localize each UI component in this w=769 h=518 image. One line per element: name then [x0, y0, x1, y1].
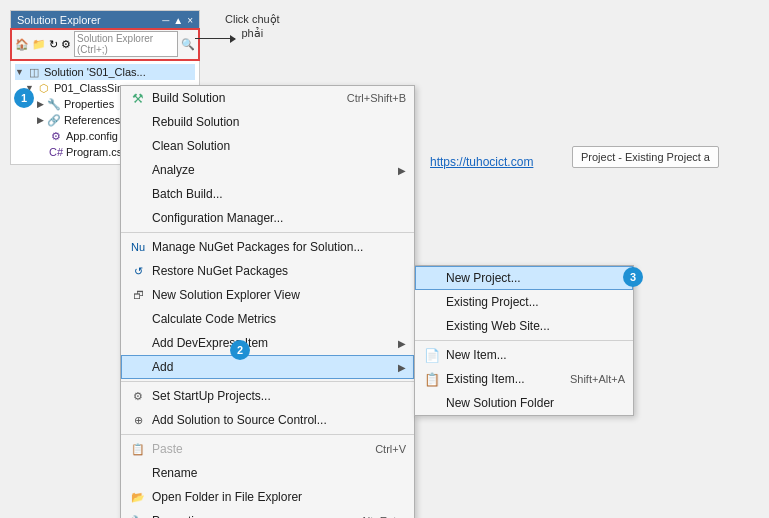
cm-clean-label: Clean Solution [152, 139, 230, 153]
paste-icon: 📋 [129, 440, 147, 458]
cm-devexpress-label: Add DevExpress Item [152, 336, 268, 350]
cm-code-metrics[interactable]: Calculate Code Metrics [121, 307, 414, 331]
bottom-label-text: Project - Existing Project a [581, 151, 710, 163]
cm-add-devexpress[interactable]: Add DevExpress Item ▶ [121, 331, 414, 355]
existing-item-icon: 📋 [423, 370, 441, 388]
cm-clean-icon [129, 137, 147, 155]
folder-open-icon: 📂 [129, 488, 147, 506]
cm-properties-label: Properties [152, 514, 207, 518]
cm-rename-label: Rename [152, 466, 197, 480]
submenu-existing-item-label: Existing Item... [446, 372, 525, 386]
cm-config-label: Configuration Manager... [152, 211, 283, 225]
new-item-icon: 📄 [423, 346, 441, 364]
submenu-new-item[interactable]: 📄 New Item... [415, 343, 633, 367]
cm-restore-label: Restore NuGet Packages [152, 264, 288, 278]
cm-build-label: Build Solution [152, 91, 225, 105]
cm-set-startup[interactable]: ⚙ Set StartUp Projects... [121, 384, 414, 408]
cm-metrics-icon [129, 310, 147, 328]
cm-analyze-arrow: ▶ [398, 165, 406, 176]
config-icon: ⚙ [49, 129, 63, 143]
properties-label: Properties [64, 98, 114, 110]
cm-config-manager[interactable]: Configuration Manager... [121, 206, 414, 230]
cm-separator-2 [121, 381, 414, 382]
cm-startup-label: Set StartUp Projects... [152, 389, 271, 403]
cm-paste-label: Paste [152, 442, 183, 456]
home-icon: 🏠 [15, 38, 29, 51]
solution-label: Solution 'S01_Clas... [44, 66, 146, 78]
submenu-new-project[interactable]: New Project... [415, 266, 633, 290]
submenu-solution-folder-label: New Solution Folder [446, 396, 554, 410]
solution-icon: ◫ [27, 65, 41, 79]
source-icon: ⊕ [129, 411, 147, 429]
submenu-existing-website[interactable]: Existing Web Site... [415, 314, 633, 338]
cm-separator-1 [121, 232, 414, 233]
pin-icon[interactable]: ─ [162, 15, 169, 26]
cm-restore-nuget[interactable]: ↺ Restore NuGet Packages [121, 259, 414, 283]
cm-add-label: Add [152, 360, 173, 374]
se-toolbar: 🏠 📁 ↻ ⚙ Solution Explorer (Ctrl+;) 🔍 [11, 29, 199, 60]
step-badge-1: 1 [14, 88, 34, 108]
cm-source-control[interactable]: ⊕ Add Solution to Source Control... [121, 408, 414, 432]
cm-batch-build[interactable]: Batch Build... [121, 182, 414, 206]
references-icon: 🔗 [47, 113, 61, 127]
submenu-new-project-label: New Project... [446, 271, 521, 285]
close-icon[interactable]: × [187, 15, 193, 26]
submenu-existing-item-shortcut: Shift+Alt+A [570, 373, 625, 385]
cm-clean-solution[interactable]: Clean Solution [121, 134, 414, 158]
submenu-existing-item[interactable]: 📋 Existing Item... Shift+Alt+A [415, 367, 633, 391]
cm-properties[interactable]: 🔧 Properties Alt+Enter [121, 509, 414, 518]
cs-icon: C# [49, 145, 63, 159]
click-text-line2: phải [242, 27, 264, 39]
cm-build-shortcut: Ctrl+Shift+B [347, 92, 406, 104]
new-project-icon [423, 269, 441, 287]
submenu-existing-project[interactable]: Existing Project... [415, 290, 633, 314]
expand-icon[interactable]: ▼ [15, 67, 24, 77]
cm-separator-3 [121, 434, 414, 435]
cm-new-se-view[interactable]: 🗗 New Solution Explorer View [121, 283, 414, 307]
cm-add[interactable]: Add ▶ [121, 355, 414, 379]
cm-config-icon [129, 209, 147, 227]
url-text[interactable]: https://tuhocict.com [430, 155, 533, 169]
submenu: New Project... Existing Project... Exist… [414, 265, 634, 416]
annotation-arrow [195, 38, 235, 39]
folder-icon: 📁 [32, 38, 46, 51]
expand-icon[interactable]: ▶ [37, 115, 44, 125]
step-badge-3: 3 [623, 267, 643, 287]
solution-explorer-titlebar: Solution Explorer ─ ▲ × [11, 11, 199, 29]
refresh-icon: ↻ [49, 38, 58, 51]
cm-rebuild-label: Rebuild Solution [152, 115, 239, 129]
cm-rename[interactable]: Rename [121, 461, 414, 485]
expand-icon[interactable]: ▶ [37, 99, 44, 109]
cm-nuget-label: Manage NuGet Packages for Solution... [152, 240, 363, 254]
se-solution-item[interactable]: ▼ ◫ Solution 'S01_Clas... [15, 64, 195, 80]
existing-website-icon [423, 317, 441, 335]
project-icon: ⬡ [37, 81, 51, 95]
properties-icon: 🔧 [47, 97, 61, 111]
submenu-separator-1 [415, 340, 633, 341]
cm-analyze[interactable]: Analyze ▶ [121, 158, 414, 182]
cm-build-solution[interactable]: ⚒ Build Solution Ctrl+Shift+B [121, 86, 414, 110]
context-menu: ⚒ Build Solution Ctrl+Shift+B Rebuild So… [120, 85, 415, 518]
se-search-input[interactable]: Solution Explorer (Ctrl+;) [74, 31, 178, 57]
search-icon[interactable]: 🔍 [181, 38, 195, 51]
cm-rebuild-solution[interactable]: Rebuild Solution [121, 110, 414, 134]
float-icon[interactable]: ▲ [173, 15, 183, 26]
cm-paste[interactable]: 📋 Paste Ctrl+V [121, 437, 414, 461]
wrench-icon: 🔧 [129, 512, 147, 518]
cm-manage-nuget[interactable]: Nu Manage NuGet Packages for Solution... [121, 235, 414, 259]
cm-add-icon [129, 358, 147, 376]
project-existing-project-label: Project - Existing Project a [572, 146, 719, 168]
cm-metrics-label: Calculate Code Metrics [152, 312, 276, 326]
click-text-line1: Click chuột [225, 13, 280, 25]
cm-devexpress-icon [129, 334, 147, 352]
cm-open-folder[interactable]: 📂 Open Folder in File Explorer [121, 485, 414, 509]
cm-rename-icon [129, 464, 147, 482]
view-icon: 🗗 [129, 286, 147, 304]
build-icon: ⚒ [129, 89, 147, 107]
titlebar-icons[interactable]: ─ ▲ × [162, 15, 193, 26]
step-badge-2: 2 [230, 340, 250, 360]
cm-add-arrow: ▶ [398, 362, 406, 373]
appconfig-label: App.config [66, 130, 118, 142]
submenu-new-solution-folder[interactable]: New Solution Folder [415, 391, 633, 415]
cm-open-folder-label: Open Folder in File Explorer [152, 490, 302, 504]
